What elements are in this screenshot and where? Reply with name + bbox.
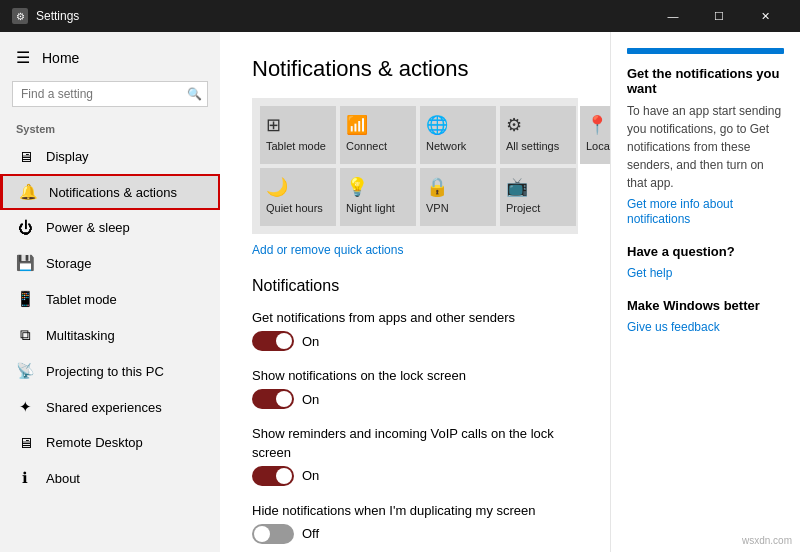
- titlebar: ⚙ Settings — ☐ ✕: [0, 0, 800, 32]
- window-controls: — ☐ ✕: [650, 0, 788, 32]
- notif-toggle-row-reminders: On: [252, 466, 578, 486]
- help-panel: Get the notifications you want To have a…: [610, 32, 800, 552]
- search-icon: 🔍: [187, 87, 202, 101]
- sidebar-label-power: Power & sleep: [46, 220, 130, 235]
- sidebar: ☰ Home 🔍 System 🖥 Display 🔔 Notification…: [0, 32, 220, 552]
- notif-item-apps: Get notifications from apps and other se…: [252, 309, 578, 351]
- notifications-section-title: Notifications: [252, 277, 578, 295]
- qa-tablet-mode-icon: ⊞: [266, 114, 281, 136]
- sidebar-label-storage: Storage: [46, 256, 92, 271]
- sidebar-label-about: About: [46, 471, 80, 486]
- page-title: Notifications & actions: [252, 56, 578, 82]
- toggle-lock[interactable]: [252, 389, 294, 409]
- close-button[interactable]: ✕: [742, 0, 788, 32]
- qa-all-settings[interactable]: ⚙ All settings: [500, 106, 576, 164]
- qa-project-icon: 📺: [506, 176, 528, 198]
- sidebar-label-shared: Shared experiences: [46, 400, 162, 415]
- help-heading-1: Get the notifications you want: [627, 66, 784, 96]
- qa-quiet-hours-label: Quiet hours: [266, 202, 323, 215]
- toggle-label-lock: On: [302, 392, 319, 407]
- qa-connect-icon: 📶: [346, 114, 368, 136]
- toggle-label-duplicate: Off: [302, 526, 319, 541]
- app-body: ☰ Home 🔍 System 🖥 Display 🔔 Notification…: [0, 32, 800, 552]
- sidebar-item-projecting[interactable]: 📡 Projecting to this PC: [0, 353, 220, 389]
- minimize-button[interactable]: —: [650, 0, 696, 32]
- qa-all-settings-icon: ⚙: [506, 114, 522, 136]
- help-bar: [627, 48, 784, 54]
- qa-quiet-hours[interactable]: 🌙 Quiet hours: [260, 168, 336, 226]
- toggle-apps[interactable]: [252, 331, 294, 351]
- toggle-reminders[interactable]: [252, 466, 294, 486]
- search-input[interactable]: [12, 81, 208, 107]
- sidebar-item-shared[interactable]: ✦ Shared experiences: [0, 389, 220, 425]
- toggle-duplicate[interactable]: [252, 524, 294, 544]
- sidebar-item-home[interactable]: ☰ Home: [0, 40, 220, 75]
- main-content: Notifications & actions ⊞ Tablet mode 📶 …: [220, 32, 610, 552]
- sidebar-item-storage[interactable]: 💾 Storage: [0, 245, 220, 281]
- multitasking-icon: ⧉: [16, 326, 34, 344]
- projecting-icon: 📡: [16, 362, 34, 380]
- sidebar-item-notifications[interactable]: 🔔 Notifications & actions: [0, 174, 220, 210]
- notifications-icon: 🔔: [19, 183, 37, 201]
- about-icon: ℹ: [16, 469, 34, 487]
- qa-night-light-icon: 💡: [346, 176, 368, 198]
- notif-item-duplicate: Hide notifications when I'm duplicating …: [252, 502, 578, 544]
- qa-quiet-hours-icon: 🌙: [266, 176, 288, 198]
- quick-actions-grid: ⊞ Tablet mode 📶 Connect 🌐 Network ⚙ All …: [252, 98, 578, 234]
- sidebar-label-tablet: Tablet mode: [46, 292, 117, 307]
- qa-location[interactable]: 📍 Location: [580, 106, 610, 164]
- help-body-1: To have an app start sending you notific…: [627, 102, 784, 192]
- qa-network-icon: 🌐: [426, 114, 448, 136]
- qa-vpn[interactable]: 🔒 VPN: [420, 168, 496, 226]
- help-link-2[interactable]: Get help: [627, 266, 672, 280]
- notif-text-lock: Show notifications on the lock screen: [252, 367, 578, 385]
- sidebar-label-projecting: Projecting to this PC: [46, 364, 164, 379]
- sidebar-item-tablet[interactable]: 📱 Tablet mode: [0, 281, 220, 317]
- notif-text-reminders: Show reminders and incoming VoIP calls o…: [252, 425, 578, 461]
- notif-text-duplicate: Hide notifications when I'm duplicating …: [252, 502, 578, 520]
- help-heading-2: Have a question?: [627, 244, 784, 259]
- help-link-3[interactable]: Give us feedback: [627, 320, 720, 334]
- help-link-1[interactable]: Get more info about notifications: [627, 197, 733, 226]
- qa-network[interactable]: 🌐 Network: [420, 106, 496, 164]
- search-container: 🔍: [12, 81, 208, 107]
- qa-tablet-mode[interactable]: ⊞ Tablet mode: [260, 106, 336, 164]
- sidebar-item-multitasking[interactable]: ⧉ Multitasking: [0, 317, 220, 353]
- section-label: System: [0, 119, 220, 139]
- qa-all-settings-label: All settings: [506, 140, 559, 153]
- notif-toggle-row-duplicate: Off: [252, 524, 578, 544]
- notif-toggle-row-lock: On: [252, 389, 578, 409]
- qa-connect-label: Connect: [346, 140, 387, 153]
- qa-night-light-label: Night light: [346, 202, 395, 215]
- tablet-icon: 📱: [16, 290, 34, 308]
- display-icon: 🖥: [16, 148, 34, 165]
- qa-project-label: Project: [506, 202, 540, 215]
- remote-icon: 🖥: [16, 434, 34, 451]
- notif-item-lock: Show notifications on the lock screen On: [252, 367, 578, 409]
- qa-project[interactable]: 📺 Project: [500, 168, 576, 226]
- storage-icon: 💾: [16, 254, 34, 272]
- qa-location-label: Location: [586, 140, 610, 153]
- sidebar-label-remote: Remote Desktop: [46, 435, 143, 450]
- sidebar-label-multitasking: Multitasking: [46, 328, 115, 343]
- qa-tablet-mode-label: Tablet mode: [266, 140, 326, 153]
- help-section-notifications: Get the notifications you want To have a…: [627, 66, 784, 226]
- add-remove-link[interactable]: Add or remove quick actions: [252, 243, 403, 257]
- qa-location-icon: 📍: [586, 114, 608, 136]
- home-label: Home: [42, 50, 79, 66]
- sidebar-item-about[interactable]: ℹ About: [0, 460, 220, 496]
- qa-night-light[interactable]: 💡 Night light: [340, 168, 416, 226]
- qa-connect[interactable]: 📶 Connect: [340, 106, 416, 164]
- maximize-button[interactable]: ☐: [696, 0, 742, 32]
- notif-item-reminders: Show reminders and incoming VoIP calls o…: [252, 425, 578, 485]
- shared-icon: ✦: [16, 398, 34, 416]
- home-icon: ☰: [16, 48, 30, 67]
- sidebar-item-remote[interactable]: 🖥 Remote Desktop: [0, 425, 220, 460]
- sidebar-label-notifications: Notifications & actions: [49, 185, 177, 200]
- watermark: wsxdn.com: [742, 535, 792, 546]
- power-icon: ⏻: [16, 219, 34, 236]
- notif-text-apps: Get notifications from apps and other se…: [252, 309, 578, 327]
- notif-toggle-row-apps: On: [252, 331, 578, 351]
- sidebar-item-power[interactable]: ⏻ Power & sleep: [0, 210, 220, 245]
- sidebar-item-display[interactable]: 🖥 Display: [0, 139, 220, 174]
